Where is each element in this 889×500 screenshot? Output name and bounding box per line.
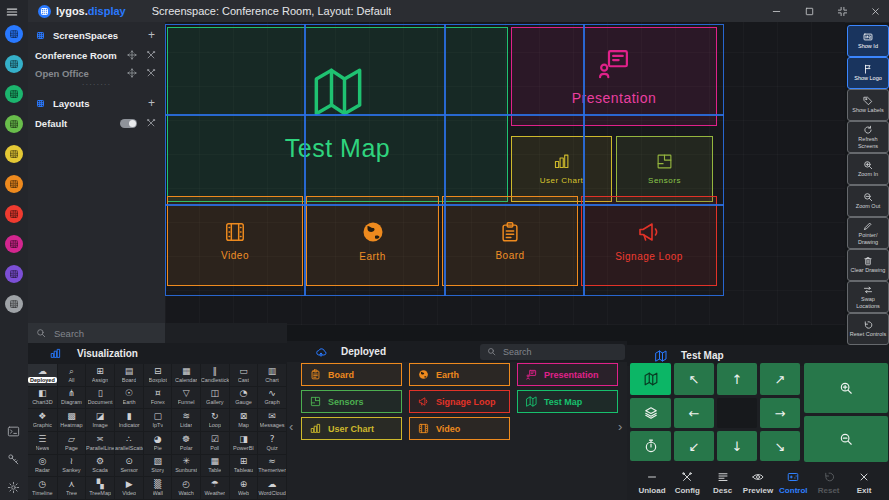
- pan-down-left-button[interactable]: ↙: [674, 431, 714, 461]
- edit-tools-icon[interactable]: [146, 50, 156, 60]
- deployed-item-board[interactable]: Board: [301, 363, 402, 386]
- reset-button[interactable]: Reset: [812, 465, 846, 500]
- viz-item-web[interactable]: ⊕Web: [230, 477, 258, 500]
- viz-item-wall[interactable]: ▒Wall: [144, 477, 172, 500]
- viz-item-gallery[interactable]: ◫Gallery: [201, 387, 230, 410]
- viz-item-lidar[interactable]: ≋Lidar: [172, 409, 200, 432]
- library-search-input[interactable]: [52, 327, 151, 340]
- reset-controls-button[interactable]: Reset Controls: [847, 313, 889, 345]
- minimize-button[interactable]: [771, 6, 782, 17]
- desc-button[interactable]: Desc: [706, 465, 740, 500]
- app-shortcut-8[interactable]: [5, 235, 23, 253]
- viz-item-graphic[interactable]: ❖Graphic: [28, 409, 58, 432]
- viz-item-wordcloud[interactable]: ☁WordCloud: [258, 477, 287, 500]
- tile-video[interactable]: Video: [167, 196, 303, 286]
- viz-item-deployed[interactable]: ☁Deployed: [28, 364, 58, 387]
- add-screenspaces-button[interactable]: +: [148, 28, 155, 42]
- viz-item-heatmap[interactable]: ▩Heatmap: [58, 409, 86, 432]
- viz-item-indicator[interactable]: ▮Indicator: [115, 409, 144, 432]
- viz-item-map[interactable]: ⊠Map: [230, 409, 258, 432]
- move-icon[interactable]: [127, 68, 137, 78]
- viz-item-chart3d[interactable]: ◧Chart3D: [28, 387, 58, 410]
- viz-item-gauge[interactable]: ◔Gauge: [230, 387, 258, 410]
- key-button[interactable]: [7, 453, 20, 466]
- viz-item-messages[interactable]: ✉Messages: [258, 409, 287, 432]
- show-labels-button[interactable]: Show Labels: [847, 89, 889, 121]
- viz-item-graph[interactable]: ∿Graph: [258, 387, 287, 410]
- viz-item-funnel[interactable]: ▽Funnel: [172, 387, 200, 410]
- viz-item-sensor[interactable]: ⊙Sensor: [115, 455, 144, 478]
- layout-toggle[interactable]: [120, 119, 137, 128]
- config-button[interactable]: Config: [670, 465, 704, 500]
- viz-item-page[interactable]: ▱Page: [58, 432, 86, 455]
- viz-item-all[interactable]: ⌕All: [58, 364, 86, 387]
- exit-button[interactable]: Exit: [847, 465, 881, 500]
- zoom-out-button[interactable]: [804, 416, 888, 462]
- viz-item-weather[interactable]: ☂Weather: [201, 477, 230, 500]
- viz-item-sankey[interactable]: ≀Sankey: [58, 455, 86, 478]
- show-logo-button[interactable]: Show Logo: [847, 57, 889, 89]
- app-shortcut-10[interactable]: [5, 295, 23, 313]
- control-button[interactable]: Control: [776, 465, 810, 500]
- viz-item-poll[interactable]: ☑Poll: [201, 432, 230, 455]
- app-shortcut-9[interactable]: [5, 265, 23, 283]
- viz-item-loop[interactable]: ↻Loop: [201, 409, 230, 432]
- viz-item-pie[interactable]: ◕Pie: [144, 432, 172, 455]
- viz-item-board[interactable]: ▤Board: [115, 364, 144, 387]
- deployed-item-video[interactable]: Video: [409, 417, 510, 440]
- deployed-item-signage-loop[interactable]: Signage Loop: [409, 390, 510, 413]
- viz-item-parallelline[interactable]: ≍ParallelLine: [86, 432, 115, 455]
- swap-locations-button[interactable]: Swap Locations: [847, 281, 889, 313]
- viz-item-story[interactable]: ▧Story: [144, 455, 172, 478]
- pan-right-button[interactable]: →: [760, 398, 800, 428]
- edit-tools-icon[interactable]: [146, 118, 156, 128]
- app-shortcut-6[interactable]: [5, 175, 23, 193]
- viz-item-document[interactable]: ▯Document: [86, 387, 115, 410]
- viz-item-cast[interactable]: ▭Cast: [230, 364, 258, 387]
- panel-drag-handle[interactable]: ········: [28, 80, 165, 89]
- viz-item-timeline[interactable]: ◷Timeline: [28, 477, 58, 500]
- viz-item-radar[interactable]: ◎Radar: [28, 455, 58, 478]
- refresh-screens-button[interactable]: Refresh Screens: [847, 121, 889, 153]
- move-icon[interactable]: [127, 50, 137, 60]
- viz-item-diagram[interactable]: ⋔Diagram: [58, 387, 86, 410]
- zoom-out-button[interactable]: Zoom Out: [847, 185, 889, 217]
- deployed-pager-prev[interactable]: ‹: [289, 419, 293, 434]
- zoom-in-button[interactable]: [804, 363, 888, 413]
- viz-item-chart[interactable]: ▥Chart: [258, 364, 287, 387]
- viz-item-treemap[interactable]: ▚TreeMap: [86, 477, 115, 500]
- pan-left-button[interactable]: ←: [674, 398, 714, 428]
- tile-test-map[interactable]: Test Map: [167, 27, 508, 202]
- map-mode-button[interactable]: [630, 363, 671, 395]
- viz-item-image[interactable]: ◪Image: [86, 409, 115, 432]
- terminal-button[interactable]: [7, 425, 20, 438]
- library-search[interactable]: [28, 323, 165, 343]
- viz-item-earth[interactable]: ☉Earth: [115, 387, 144, 410]
- deployed-item-sensors[interactable]: Sensors: [301, 390, 402, 413]
- viz-item-powerbi[interactable]: ◨PowerBI: [230, 432, 258, 455]
- app-shortcut-7[interactable]: [5, 205, 23, 223]
- settings-button[interactable]: [7, 481, 20, 494]
- layout-row[interactable]: Default: [28, 114, 165, 132]
- viz-item-watch[interactable]: ◴Watch: [172, 477, 200, 500]
- viz-item-scada[interactable]: ⚙Scada: [86, 455, 115, 478]
- deployed-item-test-map[interactable]: Test Map: [517, 390, 618, 413]
- pointer-drawing-button[interactable]: Pointer/ Drawing: [847, 217, 889, 249]
- menu-button[interactable]: [5, 5, 19, 19]
- deployed-item-earth[interactable]: Earth: [409, 363, 510, 386]
- viz-item-themeriver[interactable]: ≈Themeriver: [258, 455, 287, 478]
- preview-button[interactable]: Preview: [741, 465, 775, 500]
- viz-item-table[interactable]: ▦Table: [201, 455, 230, 478]
- tile-earth[interactable]: Earth: [306, 196, 439, 286]
- show-id-button[interactable]: Show Id: [847, 25, 889, 57]
- app-shortcut-5[interactable]: [5, 145, 23, 163]
- viz-item-boxplot[interactable]: ⊟Boxplot: [144, 364, 172, 387]
- deployed-item-presentation[interactable]: Presentation: [517, 363, 618, 386]
- viz-item-polar[interactable]: ☸Polar: [172, 432, 200, 455]
- tile-sensors[interactable]: Sensors: [616, 136, 713, 202]
- pan-down-right-button[interactable]: ↘: [760, 431, 800, 461]
- app-shortcut-4[interactable]: [5, 115, 23, 133]
- viz-item-tableau[interactable]: ⊞Tableau: [230, 455, 258, 478]
- unload-button[interactable]: Unload: [635, 465, 669, 500]
- layers-button[interactable]: [630, 398, 671, 428]
